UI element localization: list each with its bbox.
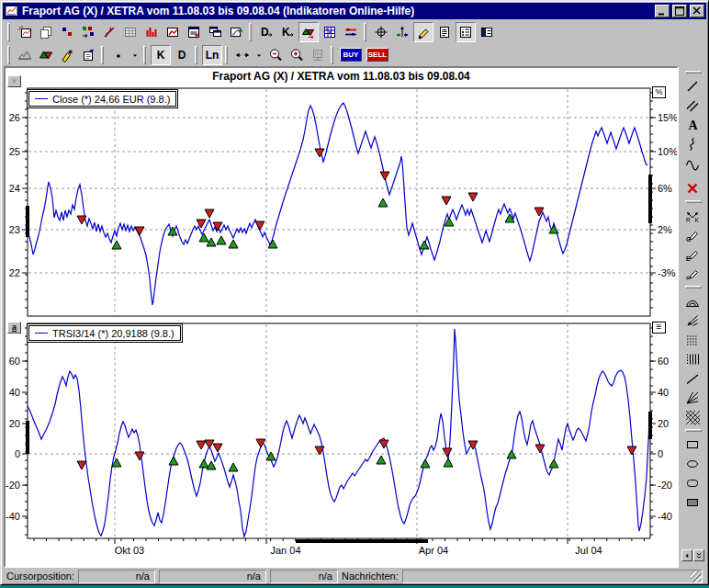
daily-data-button[interactable]: D: [256, 22, 276, 42]
trendline-tool[interactable]: [682, 368, 703, 388]
rectangle-tool[interactable]: [682, 435, 703, 454]
new-chart-button[interactable]: [15, 22, 35, 42]
histogram-button[interactable]: [141, 22, 162, 42]
signal-triangles-button[interactable]: [36, 45, 56, 65]
line-tool[interactable]: [682, 76, 703, 96]
candle-data-icon: K: [280, 25, 296, 40]
data-points-icon: [60, 25, 75, 40]
svg-text:-40: -40: [658, 511, 672, 522]
regression-e-icon: E: [685, 247, 701, 262]
chart-area[interactable]: 2615%2510%246%232%22-3%60604040202000-20…: [4, 66, 679, 568]
legend-trsi: TRSI3/14 (*) 20,9188 (9.8.): [28, 325, 181, 341]
add-chart-icon: [229, 25, 244, 40]
fibonacci-fan-tool[interactable]: [682, 311, 703, 330]
delete-drawing-tool[interactable]: [682, 178, 703, 198]
title-bar[interactable]: Fraport AG (X) / XETRA vom 11.08.03 bis …: [3, 3, 706, 19]
zoom-in-button[interactable]: [287, 45, 307, 65]
marker-pen-button[interactable]: [57, 45, 77, 65]
scroll-left-button[interactable]: [681, 549, 692, 561]
ellipse-tool[interactable]: [682, 454, 703, 473]
candlestick-mode-button[interactable]: K: [151, 45, 171, 65]
svg-text:15%: 15%: [658, 112, 677, 123]
mountain-chart-icon: [17, 48, 33, 62]
rectangle-icon: [685, 437, 701, 452]
copy-chart-button[interactable]: [36, 22, 56, 42]
svg-text:23: 23: [9, 224, 20, 235]
app-window: Fraport AG (X) / XETRA vom 11.08.03 bis …: [0, 0, 709, 585]
text-tool[interactable]: A: [682, 115, 703, 134]
rounded-rect-tool[interactable]: [682, 473, 703, 492]
maximize-button[interactable]: [672, 5, 687, 17]
layout-panel-button[interactable]: [477, 22, 497, 42]
svg-text:6%: 6%: [658, 183, 672, 194]
pane2-list-button[interactable]: ≡: [652, 322, 666, 334]
report-window-button[interactable]: [184, 22, 204, 42]
filled-rect-tool[interactable]: [682, 492, 703, 512]
svg-text:10%: 10%: [658, 146, 677, 157]
crosshair-button[interactable]: [371, 22, 391, 42]
toolbar-chart: KDLnBUYSELL: [3, 43, 706, 66]
compare-lines-button[interactable]: [341, 22, 361, 42]
point-size-dropdown[interactable]: [129, 45, 141, 65]
properties-button[interactable]: [78, 45, 98, 65]
axis-arrows-button[interactable]: [392, 22, 412, 42]
line-chart-button[interactable]: [163, 22, 183, 42]
gann-grid-tool[interactable]: [682, 407, 703, 426]
marker-pen-icon: [60, 48, 75, 62]
chart-canvas[interactable]: 2615%2510%246%232%22-3%60604040202000-20…: [6, 68, 677, 566]
svg-text:24: 24: [9, 183, 20, 194]
data-table-button[interactable]: [120, 22, 141, 42]
regression-eq-tool[interactable]: =: [682, 264, 703, 283]
vertical-lines-tool[interactable]: [682, 349, 703, 368]
gann-fan-tool[interactable]: [682, 388, 703, 407]
legend-list-button[interactable]: [456, 22, 476, 42]
data-transfer-button[interactable]: [78, 22, 98, 42]
chart-title: Fraport AG (X) / XETRA vom 11.08.03 bis …: [6, 70, 677, 83]
grid-table-button[interactable]: [320, 22, 340, 42]
candle-data-button[interactable]: K: [277, 22, 298, 42]
scroll-more-button[interactable]: [693, 549, 704, 561]
pane1-collapse-button[interactable]: ▼: [7, 75, 21, 87]
parallel-lines-tool[interactable]: [682, 96, 703, 115]
daily-mode-button[interactable]: D: [172, 45, 192, 65]
svg-text:20: 20: [9, 418, 20, 429]
svg-text:-3%: -3%: [658, 267, 676, 278]
legend-line-sample-icon: [35, 98, 48, 99]
trendline-icon: [685, 371, 701, 386]
draw-pencil-button[interactable]: [413, 22, 433, 42]
daily-data-icon: D: [259, 25, 275, 40]
signals-button[interactable]: [298, 22, 319, 42]
freehand-tool[interactable]: [682, 134, 703, 153]
fibonacci-retracement-tool[interactable]: [682, 330, 703, 349]
pane2-auto-scale-button[interactable]: a: [7, 322, 21, 334]
buy-button[interactable]: BUY: [340, 48, 362, 62]
bar-width-dropdown[interactable]: [253, 45, 264, 65]
remove-smoothing-button[interactable]: [99, 22, 119, 42]
trend-channel-tool[interactable]: RK: [682, 206, 703, 225]
pane1-percent-axis-button[interactable]: %: [652, 86, 666, 98]
bar-width-button[interactable]: [232, 45, 253, 65]
data-points-button[interactable]: [57, 22, 77, 42]
cascade-windows-button[interactable]: [205, 22, 225, 42]
grid-table-icon: [322, 25, 338, 40]
status-bar: Cursorposition: n/a n/a n/a Nachrichten:: [3, 568, 706, 584]
svg-text:60: 60: [658, 356, 669, 367]
add-chart-button[interactable]: [226, 22, 246, 42]
subchart-button[interactable]: [308, 45, 328, 65]
histogram-icon: [144, 25, 160, 40]
curve-tool[interactable]: [682, 153, 703, 173]
log-scale-button[interactable]: Ln: [202, 45, 222, 65]
sell-button[interactable]: SELL: [366, 48, 388, 62]
layout-panel-icon: [479, 25, 495, 40]
point-size-button[interactable]: [108, 45, 129, 65]
fibonacci-arcs-tool[interactable]: [682, 291, 703, 311]
mountain-chart-button[interactable]: [15, 45, 35, 65]
close-button[interactable]: [690, 5, 704, 17]
resize-grip[interactable]: [691, 571, 702, 582]
compare-lines-icon: [343, 25, 359, 40]
zoom-out-button[interactable]: [265, 45, 286, 65]
regression-g-tool[interactable]: G: [682, 225, 703, 244]
regression-e-tool[interactable]: E: [682, 244, 703, 264]
notes-button[interactable]: [434, 22, 455, 42]
minimize-button[interactable]: [655, 5, 670, 17]
